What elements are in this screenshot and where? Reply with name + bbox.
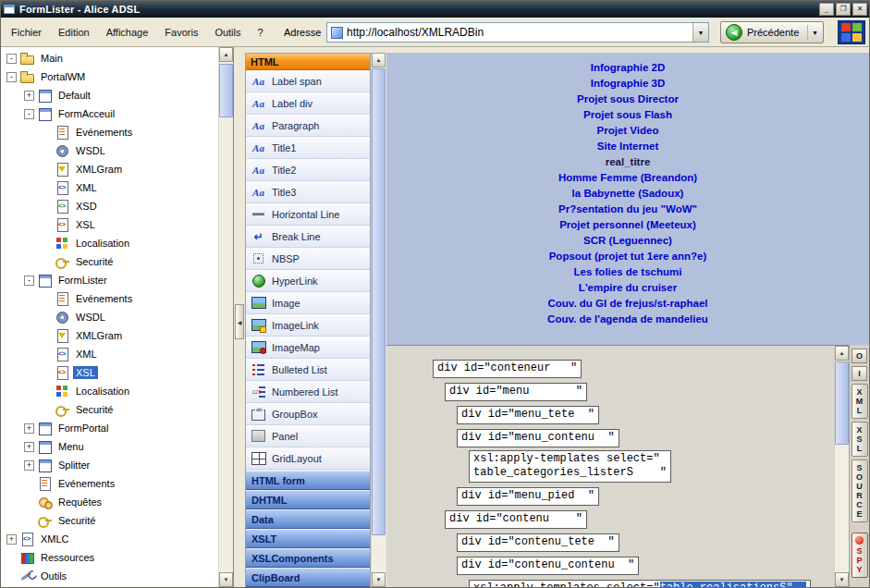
- preview-link[interactable]: Couv. du GI de frejus/st-raphael: [386, 296, 869, 312]
- menu-favoris[interactable]: Favoris: [156, 24, 206, 41]
- structure-node-div-id-contenu[interactable]: div id="contenu ": [445, 510, 587, 529]
- tree-item-wsdl[interactable]: WSDL: [3, 141, 217, 160]
- preview-link[interactable]: SCR (Leguennec): [386, 233, 869, 249]
- tree-item-default[interactable]: +Default: [3, 86, 217, 104]
- toolbox-item-imagelink[interactable]: ImageLink: [246, 314, 370, 337]
- toolbox-item-hyperlink[interactable]: HyperLink: [246, 270, 370, 292]
- structure-scrollbar[interactable]: ▲ ▼: [834, 346, 849, 587]
- toolbox-item-bulleted-list[interactable]: Bulleted List: [246, 359, 370, 381]
- collapse-tree-icon[interactable]: ◀: [235, 304, 244, 339]
- spy-button[interactable]: SPY: [852, 533, 868, 578]
- tree-scrollbar[interactable]: ▲ ▼: [218, 47, 233, 587]
- scrollbar-thumb[interactable]: [835, 361, 849, 445]
- category-clipboard[interactable]: ClipBoard: [246, 568, 370, 587]
- toolbox-item-title1[interactable]: Title1: [246, 137, 370, 159]
- tree-item-xmlgram[interactable]: XMLGram: [3, 326, 217, 345]
- tree-item-ev-nements[interactable]: Evénements: [3, 123, 217, 141]
- menu-fichier[interactable]: Fichier: [3, 24, 50, 41]
- toolbox-item-panel[interactable]: Panel: [246, 425, 370, 447]
- scroll-up-icon[interactable]: ▲: [372, 53, 386, 67]
- tree-item-requ-tes[interactable]: Requêtes: [3, 493, 217, 511]
- structure-node-div-id-menu-pied[interactable]: div id="menu_pied ": [457, 487, 599, 506]
- toolbox-active-category[interactable]: HTML: [246, 54, 370, 70]
- expand-icon[interactable]: +: [24, 442, 34, 452]
- scroll-down-icon[interactable]: ▼: [219, 572, 233, 587]
- address-dropdown-icon[interactable]: ▼: [692, 23, 708, 42]
- tree-item-ressources[interactable]: Ressources: [3, 548, 217, 567]
- tree-item-xml[interactable]: XML: [3, 345, 217, 363]
- menu-edition[interactable]: Edition: [50, 24, 98, 41]
- collapse-icon[interactable]: -: [24, 276, 34, 286]
- tree-item-ev-nements[interactable]: Evénements: [3, 474, 217, 493]
- toolbox-item-numbered-list[interactable]: Numbered List: [246, 381, 370, 403]
- tree-item-menu[interactable]: +Menu: [3, 437, 217, 456]
- side-button-i[interactable]: I: [852, 366, 867, 381]
- tree-item-ev-nements[interactable]: Evénements: [3, 289, 217, 308]
- scroll-up-icon[interactable]: ▲: [219, 47, 233, 62]
- toolbox-item-title3[interactable]: Title3: [246, 181, 370, 203]
- category-html-form[interactable]: HTML form: [246, 471, 370, 490]
- structure-node-xsl-apply-templates-select[interactable]: xsl:apply-templates select=" table_categ…: [469, 450, 671, 483]
- preview-link[interactable]: Infographie 3D: [386, 76, 869, 92]
- toolbox-item-horizontal-line[interactable]: Horizontal Line: [246, 203, 370, 226]
- tree-item-outils[interactable]: Outils: [3, 567, 217, 585]
- structure-node-div-id-contenu-tete[interactable]: div id="contenu_tete ": [457, 533, 619, 552]
- minimize-icon[interactable]: _: [819, 3, 834, 16]
- scroll-up-icon[interactable]: ▲: [835, 346, 849, 361]
- tree-item-formlister[interactable]: -FormLister: [3, 271, 217, 289]
- structure-node-div-id-menu-contenu[interactable]: div id="menu_contenu ": [457, 429, 619, 447]
- preview-link[interactable]: Popsout (projet tut 1ere ann?e): [386, 249, 869, 264]
- expand-icon[interactable]: +: [24, 423, 34, 434]
- toolbox-scrollbar[interactable]: ▲ ▼: [371, 53, 386, 587]
- category-xslt[interactable]: XSLT: [246, 529, 370, 548]
- tree-item-wsdl[interactable]: WSDL: [3, 308, 217, 326]
- structure-node-div-id-menu[interactable]: div id="menu ": [445, 383, 587, 401]
- menu-affichage[interactable]: Affichage: [98, 24, 157, 41]
- tree-item-formacceuil[interactable]: -FormAcceuil: [3, 104, 217, 123]
- preview-link[interactable]: Les folies de tschumi: [386, 264, 869, 280]
- toolbox-item-title2[interactable]: Title2: [246, 159, 370, 181]
- collapse-icon[interactable]: -: [6, 54, 17, 64]
- expand-icon[interactable]: +: [24, 460, 34, 471]
- category-dhtml[interactable]: DHTML: [246, 490, 370, 509]
- tree-item-splitter[interactable]: +Splitter: [3, 456, 217, 474]
- scroll-down-icon[interactable]: ▼: [835, 572, 849, 587]
- side-tab-xml[interactable]: XML: [852, 384, 868, 419]
- scrollbar-thumb[interactable]: [219, 64, 233, 117]
- menu-outils[interactable]: Outils: [206, 24, 249, 41]
- tree-item-securit[interactable]: Securité: [3, 252, 217, 271]
- tree-item-localisation[interactable]: Localisation: [3, 234, 217, 252]
- toolbox-item-image[interactable]: Image: [246, 292, 370, 314]
- tree-item-xmlgram[interactable]: XMLGram: [3, 160, 217, 178]
- back-button[interactable]: ◀ Précédente ▼: [720, 21, 824, 43]
- tree-item-localisation[interactable]: Localisation: [3, 382, 217, 400]
- tree-item-securit[interactable]: Securité: [3, 400, 217, 419]
- toolbox-item-groupbox[interactable]: GroupBox: [246, 403, 370, 425]
- toolbox-item-label-span[interactable]: Label span: [246, 70, 370, 92]
- expand-icon[interactable]: +: [24, 91, 34, 101]
- tree-item-xsl[interactable]: XSL: [3, 363, 217, 382]
- preview-link[interactable]: Couv. de l'agenda de mandelieu: [386, 312, 869, 327]
- structure-node-div-id-menu-tete[interactable]: div id="menu_tete ": [457, 406, 599, 424]
- menu-help[interactable]: ?: [250, 24, 272, 41]
- category-xslcomponents[interactable]: XSLComponents: [246, 548, 370, 568]
- back-dropdown-icon[interactable]: ▼: [807, 25, 818, 40]
- preview-link[interactable]: Site Internet: [386, 139, 869, 154]
- category-data[interactable]: Data: [246, 509, 370, 529]
- side-tab-xsl[interactable]: XSL: [852, 422, 868, 457]
- address-input[interactable]: [347, 24, 692, 41]
- scrollbar-thumb[interactable]: [372, 68, 386, 535]
- preview-link[interactable]: Projet personnel (Meeteux): [386, 217, 869, 233]
- collapse-icon[interactable]: -: [24, 109, 34, 119]
- side-tab-source[interactable]: SOURCE: [852, 459, 868, 522]
- structure-node-div-id-contenu-contenu[interactable]: div id="contenu_contenu ": [457, 557, 639, 575]
- close-icon[interactable]: ✕: [852, 3, 867, 16]
- preview-link[interactable]: Projet sous Director: [386, 92, 869, 107]
- tree-item-xsl[interactable]: XSL: [3, 215, 217, 234]
- toolbox-item-imagemap[interactable]: ImageMap: [246, 337, 370, 359]
- preview-link[interactable]: Infographie 2D: [386, 60, 869, 76]
- tree-item-xml[interactable]: XML: [3, 178, 217, 197]
- preview-link[interactable]: la Babynette (Sadoux): [386, 186, 869, 202]
- toolbox-item-label-div[interactable]: Label div: [246, 92, 370, 115]
- scroll-down-icon[interactable]: ▼: [372, 572, 386, 587]
